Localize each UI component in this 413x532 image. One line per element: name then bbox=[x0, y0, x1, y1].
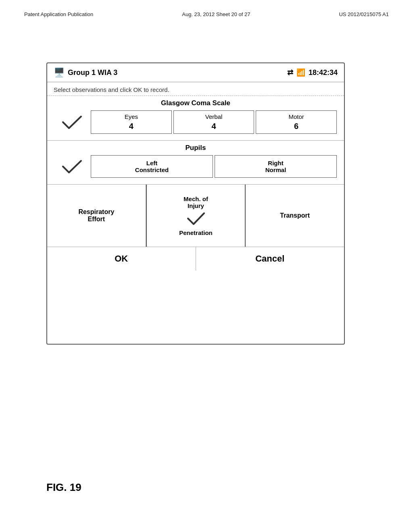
gcs-cell-eyes[interactable]: Eyes 4 bbox=[91, 110, 172, 134]
pupil-left-label: Left bbox=[93, 160, 211, 166]
gcs-motor-value: 6 bbox=[258, 122, 335, 131]
transport-cell[interactable]: Transport bbox=[246, 185, 344, 247]
header-right: ⇄ 📶 18:42:34 bbox=[287, 68, 338, 77]
gcs-cells: Eyes 4 Verbal 4 Motor 6 bbox=[90, 110, 338, 134]
mech-title: Mech. of bbox=[184, 195, 208, 202]
mech-cell[interactable]: Mech. of Injury Penetration bbox=[146, 185, 246, 247]
respiratory-label: Respiratory bbox=[78, 208, 114, 216]
mech-checkmark-icon bbox=[186, 211, 206, 226]
gcs-section: Glasgow Coma Scale Eyes 4 Verbal 4 Motor bbox=[47, 96, 344, 141]
pupils-section: Pupils Left Constricted Right Normal bbox=[47, 141, 344, 185]
device-title: Group 1 WIA 3 bbox=[68, 69, 117, 77]
respiratory-cell[interactable]: Respiratory Effort bbox=[47, 185, 146, 247]
gcs-eyes-value: 4 bbox=[93, 122, 170, 131]
pupil-cell-right[interactable]: Right Normal bbox=[215, 155, 337, 178]
respiratory-sub: Effort bbox=[88, 216, 105, 223]
bottom-section: Respiratory Effort Mech. of Injury Penet… bbox=[47, 185, 344, 247]
mech-title2: Injury bbox=[188, 202, 204, 209]
cancel-button[interactable]: Cancel bbox=[196, 247, 344, 270]
figure-caption: FIG. 19 bbox=[46, 481, 81, 494]
mech-checkmark bbox=[186, 211, 206, 228]
device-frame: 🖥️ Group 1 WIA 3 ⇄ 📶 18:42:34 Select obs… bbox=[46, 62, 345, 345]
transport-label: Transport bbox=[280, 212, 310, 219]
device-subtitle: Select observations and click OK to reco… bbox=[47, 82, 344, 96]
header-left: 🖥️ Group 1 WIA 3 bbox=[54, 67, 117, 78]
device-header: 🖥️ Group 1 WIA 3 ⇄ 📶 18:42:34 bbox=[47, 63, 344, 82]
device-icon: 🖥️ bbox=[54, 67, 65, 78]
pupil-cell-left[interactable]: Left Constricted bbox=[91, 155, 213, 178]
patent-left: Patent Application Publication bbox=[24, 11, 93, 17]
pupil-left-sub: Constricted bbox=[93, 166, 211, 173]
gcs-checkmark-area bbox=[54, 113, 90, 131]
ok-button[interactable]: OK bbox=[47, 247, 196, 270]
pupils-cells: Left Constricted Right Normal bbox=[90, 155, 338, 178]
action-row: OK Cancel bbox=[47, 247, 344, 270]
pupils-checkmark-area bbox=[54, 158, 90, 176]
patent-middle: Aug. 23, 2012 Sheet 20 of 27 bbox=[182, 11, 250, 17]
gcs-cell-verbal[interactable]: Verbal 4 bbox=[173, 110, 254, 134]
pupil-right-sub: Normal bbox=[217, 166, 335, 173]
patent-right: US 2012/0215075 A1 bbox=[339, 11, 389, 17]
pupils-row: Left Constricted Right Normal bbox=[47, 154, 344, 181]
gcs-verbal-value: 4 bbox=[175, 122, 252, 131]
gcs-cell-motor[interactable]: Motor 6 bbox=[256, 110, 337, 134]
gcs-row: Eyes 4 Verbal 4 Motor 6 bbox=[47, 109, 344, 137]
mech-inner: Mech. of Injury Penetration bbox=[179, 195, 213, 236]
gcs-checkmark-icon bbox=[61, 113, 83, 131]
device-time: 18:42:34 bbox=[309, 69, 338, 77]
gcs-eyes-label: Eyes bbox=[93, 113, 170, 120]
gcs-verbal-label: Verbal bbox=[175, 113, 252, 120]
pupil-right-label: Right bbox=[217, 160, 335, 166]
gcs-title: Glasgow Coma Scale bbox=[47, 96, 344, 109]
gcs-motor-label: Motor bbox=[258, 113, 335, 120]
arrow-icon: ⇄ bbox=[287, 68, 293, 77]
pupils-title: Pupils bbox=[47, 141, 344, 154]
patent-header: Patent Application Publication Aug. 23, … bbox=[24, 11, 389, 17]
signal-icon: 📶 bbox=[296, 68, 305, 77]
pupils-checkmark-icon bbox=[61, 158, 83, 176]
mech-subtitle: Penetration bbox=[179, 229, 213, 236]
